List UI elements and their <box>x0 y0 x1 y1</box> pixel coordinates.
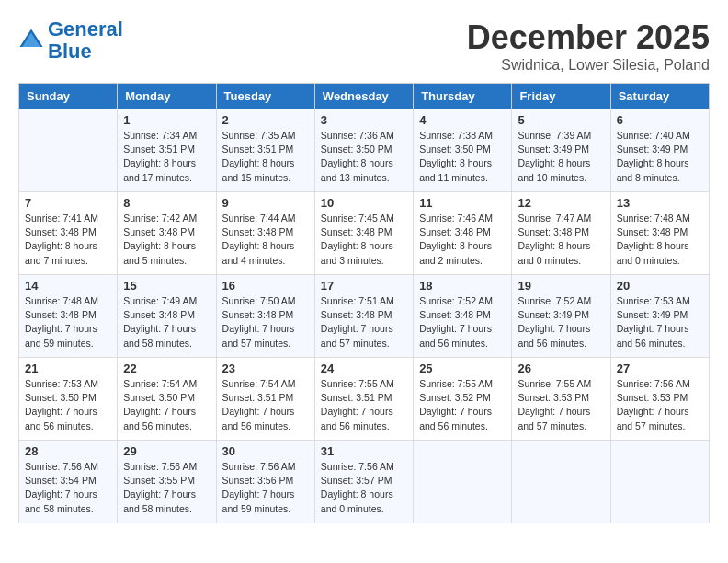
day-number: 15 <box>123 279 210 293</box>
calendar-cell <box>19 109 118 192</box>
header-row: SundayMondayTuesdayWednesdayThursdayFrid… <box>19 84 710 109</box>
calendar-cell: 30Sunrise: 7:56 AMSunset: 3:56 PMDayligh… <box>216 441 314 523</box>
header-cell-saturday: Saturday <box>610 84 709 109</box>
calendar-cell: 16Sunrise: 7:50 AMSunset: 3:48 PMDayligh… <box>216 275 314 358</box>
calendar-cell <box>512 441 610 523</box>
day-number: 13 <box>617 196 703 210</box>
day-info: Sunrise: 7:45 AMSunset: 3:48 PMDaylight:… <box>321 212 407 268</box>
day-info: Sunrise: 7:46 AMSunset: 3:48 PMDaylight:… <box>419 212 506 268</box>
day-number: 26 <box>518 362 604 375</box>
header-cell-friday: Friday <box>512 84 610 109</box>
calendar-table: SundayMondayTuesdayWednesdayThursdayFrid… <box>18 83 710 523</box>
day-number: 5 <box>518 113 604 127</box>
day-number: 1 <box>123 113 210 127</box>
day-number: 27 <box>617 362 703 375</box>
day-number: 21 <box>25 362 111 375</box>
calendar-cell: 28Sunrise: 7:56 AMSunset: 3:54 PMDayligh… <box>19 441 118 523</box>
logo-text: General Blue <box>48 18 123 63</box>
calendar-cell <box>414 441 512 523</box>
logo-line1: General <box>48 17 123 40</box>
day-number: 12 <box>518 196 604 210</box>
day-number: 6 <box>617 113 703 127</box>
day-info: Sunrise: 7:36 AMSunset: 3:50 PMDaylight:… <box>321 129 407 185</box>
day-info: Sunrise: 7:44 AMSunset: 3:48 PMDaylight:… <box>222 212 309 268</box>
header-cell-monday: Monday <box>118 84 216 109</box>
day-info: Sunrise: 7:38 AMSunset: 3:50 PMDaylight:… <box>419 129 506 185</box>
logo-line2: Blue <box>48 40 92 63</box>
calendar-cell: 12Sunrise: 7:47 AMSunset: 3:48 PMDayligh… <box>512 192 610 275</box>
calendar-cell: 8Sunrise: 7:42 AMSunset: 3:48 PMDaylight… <box>118 192 216 275</box>
calendar-cell: 20Sunrise: 7:53 AMSunset: 3:49 PMDayligh… <box>610 275 709 358</box>
calendar-cell: 10Sunrise: 7:45 AMSunset: 3:48 PMDayligh… <box>314 192 413 275</box>
day-info: Sunrise: 7:39 AMSunset: 3:49 PMDaylight:… <box>518 129 604 185</box>
day-number: 19 <box>518 279 604 293</box>
calendar-cell: 19Sunrise: 7:52 AMSunset: 3:49 PMDayligh… <box>512 275 610 358</box>
day-number: 16 <box>222 279 309 293</box>
calendar-cell: 24Sunrise: 7:55 AMSunset: 3:51 PMDayligh… <box>314 358 413 441</box>
day-info: Sunrise: 7:48 AMSunset: 3:48 PMDaylight:… <box>617 212 703 268</box>
day-number: 23 <box>222 362 309 375</box>
calendar-cell: 14Sunrise: 7:48 AMSunset: 3:48 PMDayligh… <box>19 275 118 358</box>
calendar-header: SundayMondayTuesdayWednesdayThursdayFrid… <box>19 84 710 109</box>
calendar-week-2: 7Sunrise: 7:41 AMSunset: 3:48 PMDaylight… <box>19 192 710 275</box>
day-info: Sunrise: 7:47 AMSunset: 3:48 PMDaylight:… <box>518 212 604 268</box>
calendar-cell: 29Sunrise: 7:56 AMSunset: 3:55 PMDayligh… <box>118 441 216 523</box>
day-info: Sunrise: 7:54 AMSunset: 3:51 PMDaylight:… <box>222 377 309 433</box>
calendar-week-4: 21Sunrise: 7:53 AMSunset: 3:50 PMDayligh… <box>19 358 710 441</box>
header-cell-thursday: Thursday <box>414 84 512 109</box>
day-info: Sunrise: 7:49 AMSunset: 3:48 PMDaylight:… <box>123 294 210 350</box>
calendar-cell: 21Sunrise: 7:53 AMSunset: 3:50 PMDayligh… <box>19 358 118 441</box>
location: Swidnica, Lower Silesia, Poland <box>467 57 710 74</box>
day-info: Sunrise: 7:41 AMSunset: 3:48 PMDaylight:… <box>25 212 111 268</box>
day-number: 14 <box>25 279 111 293</box>
calendar-cell: 15Sunrise: 7:49 AMSunset: 3:48 PMDayligh… <box>118 275 216 358</box>
calendar-week-5: 28Sunrise: 7:56 AMSunset: 3:54 PMDayligh… <box>19 441 710 523</box>
day-info: Sunrise: 7:35 AMSunset: 3:51 PMDaylight:… <box>222 129 309 185</box>
day-info: Sunrise: 7:56 AMSunset: 3:55 PMDaylight:… <box>123 460 210 516</box>
calendar-cell: 11Sunrise: 7:46 AMSunset: 3:48 PMDayligh… <box>414 192 512 275</box>
calendar-cell: 1Sunrise: 7:34 AMSunset: 3:51 PMDaylight… <box>118 109 216 192</box>
day-number: 2 <box>222 113 309 127</box>
day-number: 30 <box>222 444 309 458</box>
calendar-cell: 18Sunrise: 7:52 AMSunset: 3:48 PMDayligh… <box>414 275 512 358</box>
logo-icon <box>18 28 44 53</box>
calendar-cell: 25Sunrise: 7:55 AMSunset: 3:52 PMDayligh… <box>414 358 512 441</box>
day-info: Sunrise: 7:52 AMSunset: 3:48 PMDaylight:… <box>419 294 506 350</box>
calendar-cell: 31Sunrise: 7:56 AMSunset: 3:57 PMDayligh… <box>314 441 413 523</box>
day-info: Sunrise: 7:55 AMSunset: 3:52 PMDaylight:… <box>419 377 506 433</box>
day-info: Sunrise: 7:48 AMSunset: 3:48 PMDaylight:… <box>25 294 111 350</box>
day-number: 20 <box>617 279 703 293</box>
calendar-cell: 23Sunrise: 7:54 AMSunset: 3:51 PMDayligh… <box>216 358 314 441</box>
day-info: Sunrise: 7:51 AMSunset: 3:48 PMDaylight:… <box>321 294 407 350</box>
calendar-cell: 2Sunrise: 7:35 AMSunset: 3:51 PMDaylight… <box>216 109 314 192</box>
calendar-week-3: 14Sunrise: 7:48 AMSunset: 3:48 PMDayligh… <box>19 275 710 358</box>
day-number: 24 <box>321 362 407 375</box>
calendar-cell <box>610 441 709 523</box>
day-number: 11 <box>419 196 506 210</box>
day-number: 3 <box>321 113 407 127</box>
calendar-cell: 22Sunrise: 7:54 AMSunset: 3:50 PMDayligh… <box>118 358 216 441</box>
calendar-cell: 17Sunrise: 7:51 AMSunset: 3:48 PMDayligh… <box>314 275 413 358</box>
day-info: Sunrise: 7:56 AMSunset: 3:53 PMDaylight:… <box>617 377 703 433</box>
calendar-week-1: 1Sunrise: 7:34 AMSunset: 3:51 PMDaylight… <box>19 109 710 192</box>
day-info: Sunrise: 7:50 AMSunset: 3:48 PMDaylight:… <box>222 294 309 350</box>
day-number: 8 <box>123 196 210 210</box>
header-cell-sunday: Sunday <box>19 84 118 109</box>
calendar-body: 1Sunrise: 7:34 AMSunset: 3:51 PMDaylight… <box>19 109 710 523</box>
day-info: Sunrise: 7:56 AMSunset: 3:57 PMDaylight:… <box>321 460 407 516</box>
calendar-cell: 6Sunrise: 7:40 AMSunset: 3:49 PMDaylight… <box>610 109 709 192</box>
day-info: Sunrise: 7:54 AMSunset: 3:50 PMDaylight:… <box>123 377 210 433</box>
calendar-cell: 13Sunrise: 7:48 AMSunset: 3:48 PMDayligh… <box>610 192 709 275</box>
day-info: Sunrise: 7:40 AMSunset: 3:49 PMDaylight:… <box>617 129 703 185</box>
day-info: Sunrise: 7:42 AMSunset: 3:48 PMDaylight:… <box>123 212 210 268</box>
day-number: 28 <box>25 444 111 458</box>
day-number: 18 <box>419 279 506 293</box>
header-cell-tuesday: Tuesday <box>216 84 314 109</box>
day-number: 10 <box>321 196 407 210</box>
day-info: Sunrise: 7:52 AMSunset: 3:49 PMDaylight:… <box>518 294 604 350</box>
day-info: Sunrise: 7:56 AMSunset: 3:56 PMDaylight:… <box>222 460 309 516</box>
day-number: 17 <box>321 279 407 293</box>
day-number: 22 <box>123 362 210 375</box>
logo: General Blue <box>18 18 123 63</box>
day-number: 29 <box>123 444 210 458</box>
